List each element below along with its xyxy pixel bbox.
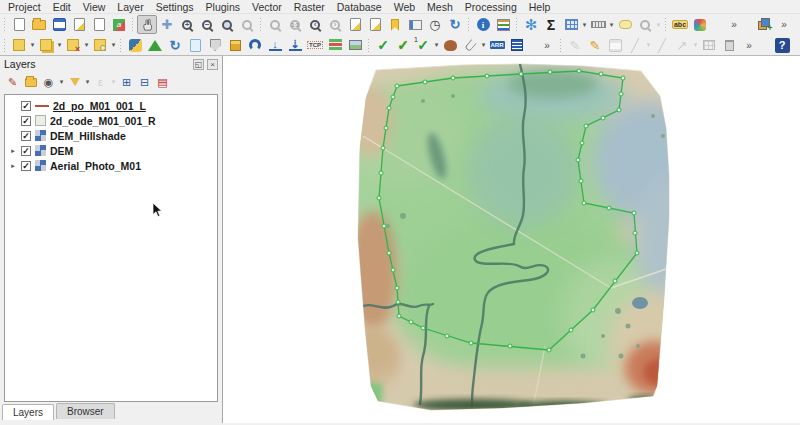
tcp-connector-icon[interactable]: TCP (305, 36, 325, 55)
move-feature-dropdown[interactable]: ▾ (692, 41, 699, 49)
toolbar-grip[interactable] (119, 38, 123, 53)
expand-arrow-icon[interactable]: ▸ (9, 162, 17, 170)
attribute-table-dropdown[interactable]: ▾ (581, 21, 588, 29)
check-single-dropdown[interactable]: ▾ (433, 41, 440, 49)
zoom-full-icon[interactable] (217, 15, 237, 34)
import-project-icon[interactable]: ⇣ (285, 36, 305, 55)
python-console-icon[interactable] (125, 36, 145, 55)
layer-checkbox[interactable]: ✓ (21, 146, 31, 156)
toolbar1-overflow-2[interactable]: » (774, 15, 794, 34)
zoom-to-layer-icon[interactable] (265, 15, 285, 34)
toggle-editing-icon[interactable]: ✎ (585, 36, 605, 55)
menu-layer[interactable]: Layer (111, 1, 149, 13)
layer-row-2d-po[interactable]: ✓ 2d_po_M01_001_L (5, 98, 217, 113)
menu-plugins[interactable]: Plugins (200, 1, 246, 13)
new-bookmark-icon[interactable] (385, 15, 405, 34)
menu-view[interactable]: View (77, 1, 112, 13)
db-manager-icon[interactable] (225, 36, 245, 55)
check-geometries-2-icon[interactable]: ✓ (393, 36, 413, 55)
zoom-out-icon[interactable]: − (197, 15, 217, 34)
layer-label[interactable]: DEM (50, 145, 73, 157)
show-bookmarks-icon[interactable] (405, 15, 425, 34)
map-themes-dropdown[interactable]: ▾ (58, 78, 65, 86)
toolbar2-overflow[interactable]: » (537, 36, 557, 55)
delete-selected-icon[interactable] (719, 36, 739, 55)
layer-checkbox[interactable]: ✓ (21, 161, 31, 171)
layout-manager-icon[interactable] (89, 15, 109, 34)
menu-raster[interactable]: Raster (288, 1, 331, 13)
filter-legend-dropdown[interactable]: ▾ (84, 78, 91, 86)
pan-to-selection-icon[interactable]: ✚ (157, 15, 177, 34)
expand-arrow-icon[interactable]: ▸ (9, 147, 17, 155)
new-print-layout-icon[interactable] (69, 15, 89, 34)
toolbar-grip[interactable] (259, 17, 263, 32)
tab-layers[interactable]: Layers (2, 404, 54, 420)
new-project-icon[interactable] (9, 15, 29, 34)
array-plugin-icon[interactable]: ARR (487, 36, 507, 55)
menu-processing[interactable]: Processing (459, 1, 523, 13)
menu-help[interactable]: Help (523, 1, 557, 13)
zoom-last-icon[interactable]: ‹ (305, 15, 325, 34)
menu-edit[interactable]: Edit (47, 1, 77, 13)
select-features-icon[interactable] (9, 36, 29, 55)
toolbar2-overflow-2[interactable]: » (739, 36, 759, 55)
digitize-icon[interactable]: ✎ (565, 36, 585, 55)
help-icon[interactable]: ? (772, 36, 792, 55)
menu-database[interactable]: Database (331, 1, 388, 13)
save-project-icon[interactable] (49, 15, 69, 34)
menu-vector[interactable]: Vector (246, 1, 288, 13)
attachments-dropdown[interactable]: ▾ (480, 41, 487, 49)
processing-toolbox-icon[interactable]: ✻ (521, 15, 541, 34)
new-3d-map-view-icon[interactable] (365, 15, 385, 34)
freeze-map-icon[interactable] (185, 36, 205, 55)
check-geometries-icon[interactable]: ✓ (373, 36, 393, 55)
toolbar-grip[interactable] (467, 17, 471, 32)
tab-browser[interactable]: Browser (56, 403, 115, 419)
label-abc-icon[interactable]: abc (670, 15, 690, 34)
layer-row-aerial-photo[interactable]: ▸ ✓ Aerial_Photo_M01 (5, 158, 217, 173)
save-edits-icon[interactable] (605, 36, 625, 55)
map-tips-icon[interactable] (615, 15, 635, 34)
toolbar-grip[interactable] (3, 38, 7, 53)
toolbar-grip[interactable] (3, 17, 7, 32)
menu-project[interactable]: Project (2, 1, 47, 13)
select-by-form-icon[interactable] (36, 36, 56, 55)
style-manager-icon[interactable]: a (109, 15, 129, 34)
select-by-value-dropdown[interactable]: ▾ (655, 21, 662, 29)
zoom-native-icon[interactable]: 1:1 (285, 15, 305, 34)
vertex-tool-icon[interactable]: ╱ (652, 36, 672, 55)
add-virtual-layer-icon[interactable]: + (754, 15, 774, 34)
menu-mesh[interactable]: Mesh (421, 1, 459, 13)
manage-map-themes-icon[interactable]: ◉ (40, 74, 57, 91)
layer-row-2d-code[interactable]: ✓ 2d_code_M01_001_R (5, 113, 217, 128)
layer-checkbox[interactable]: ✓ (21, 101, 31, 111)
layer-labeling-icon[interactable] (690, 15, 710, 34)
georeferencer-icon[interactable]: ↻ (165, 36, 185, 55)
menu-web[interactable]: Web (388, 1, 421, 13)
remove-layer-icon[interactable]: ▤ (154, 74, 171, 91)
select-by-value-icon[interactable] (635, 15, 655, 34)
toolbar-grip[interactable] (559, 38, 563, 53)
profile-tool-icon[interactable] (145, 36, 165, 55)
toolbar1-overflow[interactable]: » (724, 15, 744, 34)
identify-features-icon[interactable]: i (473, 15, 493, 34)
measure-dropdown[interactable]: ▾ (608, 21, 615, 29)
osm-plugin-icon[interactable] (440, 36, 460, 55)
select-features-dropdown[interactable]: ▾ (29, 41, 36, 49)
deselect-dropdown[interactable]: ▾ (83, 41, 90, 49)
layer-reorder-icon[interactable] (325, 36, 345, 55)
layer-checkbox[interactable]: ✓ (21, 131, 31, 141)
toolbar-grip[interactable] (664, 17, 668, 32)
filter-expression-icon[interactable]: ε (92, 74, 109, 91)
layer-row-dem-hillshade[interactable]: ✓ DEM_Hillshade (5, 128, 217, 143)
select-by-form-dropdown[interactable]: ▾ (56, 41, 63, 49)
filter-legend-icon[interactable] (66, 74, 83, 91)
select-value-dropdown[interactable]: ▾ (110, 41, 117, 49)
move-feature-icon[interactable]: ↗ (672, 36, 692, 55)
zoom-next-icon[interactable]: › (325, 15, 345, 34)
filter-expression-dropdown[interactable]: ▾ (110, 78, 117, 86)
refresh-icon[interactable]: ↻ (445, 15, 465, 34)
offline-editing-icon[interactable] (245, 36, 265, 55)
collapse-all-icon[interactable]: ⊟ (136, 74, 153, 91)
show-statistics-icon[interactable]: Σ (541, 15, 561, 34)
